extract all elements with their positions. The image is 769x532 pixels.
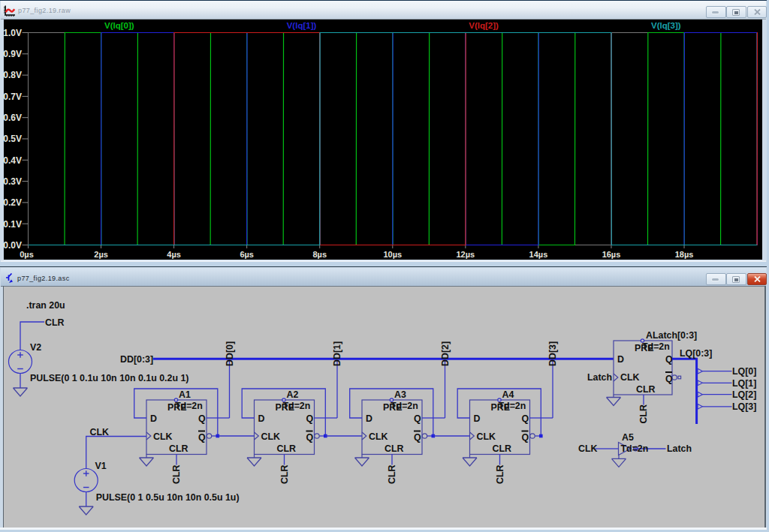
svg-text:CLR: CLR (387, 464, 397, 484)
svg-text:CLR: CLR (495, 464, 505, 484)
svg-text:CLR: CLR (169, 443, 188, 454)
svg-text:Latch: Latch (587, 372, 612, 383)
svg-text:Latch: Latch (667, 443, 692, 454)
svg-text:Q: Q (198, 413, 206, 424)
svg-text:DD[2]: DD[2] (440, 341, 451, 366)
svg-text:A5: A5 (622, 432, 634, 443)
svg-text:PULSE(0 1 0.5u 10n 10n 0.5u 1u: PULSE(0 1 0.5u 10n 10n 0.5u 1u) (96, 492, 240, 503)
svg-text:D: D (366, 413, 372, 424)
svg-text:CLR: CLR (636, 384, 656, 395)
svg-text:DD[3]: DD[3] (547, 341, 558, 366)
svg-text:Q: Q (522, 413, 529, 424)
svg-text:Q: Q (198, 432, 206, 443)
svg-text:CLR: CLR (171, 464, 182, 484)
svg-text:CLR: CLR (279, 464, 290, 484)
svg-text:CLR: CLR (638, 404, 649, 424)
svg-text:Q: Q (306, 413, 314, 424)
svg-text:ALatch[0:3]: ALatch[0:3] (646, 330, 697, 341)
svg-text:Td=2n: Td=2n (642, 341, 670, 352)
svg-text:LQ[0]: LQ[0] (732, 366, 756, 377)
svg-text:V1: V1 (95, 461, 107, 471)
svg-text:Td=2n: Td=2n (621, 443, 649, 454)
svg-text:CLR: CLR (45, 317, 65, 328)
svg-text:DD[1]: DD[1] (332, 341, 342, 366)
svg-text:DD[0]: DD[0] (225, 341, 235, 366)
svg-text:CLK: CLK (620, 372, 640, 383)
svg-text:CLR: CLR (277, 443, 297, 454)
svg-text:CLK: CLK (261, 431, 281, 442)
svg-text:LQ[2]: LQ[2] (732, 389, 756, 400)
svg-text:A3: A3 (394, 389, 406, 400)
svg-text:PULSE(0 1 0.1u 10n 10n 0.1u 0.: PULSE(0 1 0.1u 10n 10n 0.1u 0.2u 1) (30, 373, 188, 383)
svg-text:A1: A1 (179, 389, 191, 400)
svg-text:CLK: CLK (90, 427, 110, 437)
svg-text:A2: A2 (287, 389, 299, 400)
svg-text:Q: Q (414, 432, 421, 443)
svg-text:Q: Q (522, 432, 529, 443)
svg-text:.tran 20u: .tran 20u (26, 300, 65, 311)
svg-text:D: D (617, 354, 624, 365)
svg-text:Q: Q (306, 432, 314, 443)
svg-text:LQ[1]: LQ[1] (732, 378, 756, 389)
svg-text:CLK: CLK (578, 443, 598, 454)
svg-text:Td=2n: Td=2n (283, 401, 311, 411)
svg-text:DD[0:3]: DD[0:3] (120, 354, 153, 365)
svg-text:D: D (474, 413, 481, 424)
svg-text:CLK: CLK (477, 431, 496, 442)
svg-text:D: D (258, 413, 265, 424)
svg-text:D: D (150, 413, 157, 424)
svg-text:CLK: CLK (153, 431, 173, 442)
svg-text:LQ[3]: LQ[3] (732, 401, 756, 412)
svg-text:LQ[0:3]: LQ[0:3] (680, 348, 712, 359)
svg-text:CLK: CLK (369, 431, 388, 442)
svg-text:Td=2n: Td=2n (499, 401, 526, 411)
svg-text:Q: Q (665, 374, 673, 384)
svg-text:Q: Q (414, 413, 421, 424)
svg-text:CLR: CLR (384, 443, 404, 454)
svg-text:Q: Q (665, 354, 673, 365)
svg-text:CLR: CLR (493, 443, 512, 454)
svg-text:Td=2n: Td=2n (175, 401, 203, 411)
svg-text:V2: V2 (30, 342, 41, 353)
svg-text:Td=2n: Td=2n (391, 401, 418, 411)
svg-text:A4: A4 (502, 389, 514, 400)
